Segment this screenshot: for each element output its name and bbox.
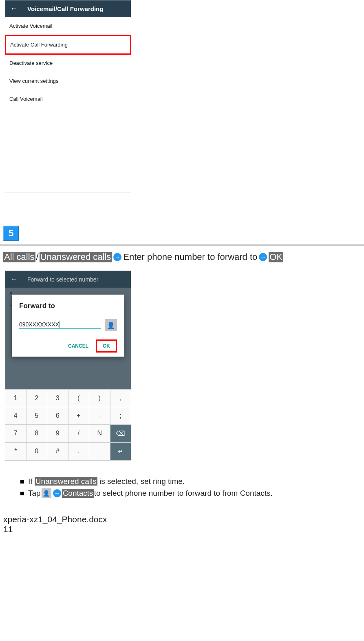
key-2[interactable]: 2: [26, 390, 48, 407]
menu-item-activate-voicemail[interactable]: Activate Voicemail: [5, 17, 131, 35]
note-highlight: Unanswered calls: [35, 477, 97, 486]
key-7[interactable]: 7: [5, 425, 26, 442]
instruction-all-calls: All calls: [3, 252, 35, 262]
instruction-slash: /: [36, 252, 39, 262]
instruction-ok: OK: [269, 252, 283, 262]
contacts-button[interactable]: 👤: [105, 319, 117, 331]
bullet-icon: [20, 480, 24, 484]
key-1[interactable]: 1: [5, 390, 26, 407]
key-9[interactable]: 9: [47, 425, 68, 442]
step-section: 5: [0, 226, 364, 246]
cancel-button[interactable]: CANCEL: [65, 341, 92, 351]
key-6[interactable]: 6: [47, 407, 68, 424]
person-icon: 👤: [42, 488, 51, 498]
app-header: ← Forward to selected number: [5, 271, 131, 288]
menu-item-call-voicemail[interactable]: Call Voicemail: [5, 90, 131, 108]
note-text: is selected, set ring time.: [97, 477, 185, 486]
phone-input[interactable]: 090XXXXXXXX: [19, 321, 101, 329]
key-comma[interactable]: ,: [110, 390, 131, 407]
person-icon: 👤: [107, 322, 115, 329]
key-hash[interactable]: #: [47, 443, 68, 460]
notes-list: If Unanswered calls is selected, set rin…: [20, 477, 364, 498]
instruction-middle: Enter phone number to forward to: [123, 252, 257, 262]
back-icon[interactable]: ←: [10, 275, 18, 284]
page-number: 11: [3, 524, 361, 534]
dialog-title: Forward to: [19, 302, 117, 310]
key-backspace[interactable]: ⌫: [110, 425, 131, 442]
dialog-backdrop: ← Forward to selected number A U Forward…: [5, 271, 131, 389]
note-item: Tap 👤 → Contacts to select phone number …: [20, 488, 364, 498]
step-number-badge: 5: [3, 226, 19, 241]
note-text: Tap: [28, 489, 41, 498]
arrow-icon: →: [53, 489, 61, 497]
menu-item-activate-call-forwarding[interactable]: Activate Call Forwarding: [5, 35, 131, 55]
key-slash[interactable]: /: [68, 425, 90, 442]
note-highlight: Contacts: [62, 489, 94, 498]
divider: [0, 244, 364, 246]
forward-dialog-screenshot: ← Forward to selected number A U Forward…: [5, 271, 131, 461]
document-footer: xperia-xz1_04_Phone.docx 11: [0, 515, 364, 534]
menu-item-view-current-settings[interactable]: View current settings: [5, 72, 131, 90]
key-0[interactable]: 0: [26, 443, 48, 460]
note-text: to select phone number to forward to fro…: [94, 489, 273, 498]
note-item: If Unanswered calls is selected, set rin…: [20, 477, 364, 486]
key-dot[interactable]: .: [68, 443, 90, 460]
key-blank[interactable]: [89, 443, 110, 460]
phone-input-row: 090XXXXXXXX 👤: [19, 319, 117, 331]
forward-to-dialog: Forward to 090XXXXXXXX 👤 CANCEL OK: [12, 295, 124, 357]
key-8[interactable]: 8: [26, 425, 48, 442]
dial-keypad: 1 2 3 ( ) , 4 5 6 + - ; 7 8 9 / N ⌫ * 0 …: [5, 389, 131, 460]
instruction-line: All calls/Unanswered calls → Enter phone…: [0, 252, 364, 271]
key-paren-close[interactable]: ): [89, 390, 110, 407]
key-paren-open[interactable]: (: [68, 390, 90, 407]
arrow-icon: →: [259, 253, 267, 261]
key-plus[interactable]: +: [68, 407, 90, 424]
key-5[interactable]: 5: [26, 407, 48, 424]
app-header: ← Voicemail/Call Forwarding: [5, 0, 131, 17]
key-star[interactable]: *: [5, 443, 26, 460]
settings-menu-list: Activate Voicemail Activate Call Forward…: [5, 17, 131, 193]
note-text: If: [28, 477, 35, 486]
text-cursor: [60, 321, 60, 328]
key-minus[interactable]: -: [89, 407, 110, 424]
ok-button[interactable]: OK: [96, 339, 117, 353]
filename: xperia-xz1_04_Phone.docx: [3, 515, 361, 524]
bullet-icon: [20, 492, 24, 495]
dialog-actions: CANCEL OK: [19, 339, 117, 353]
key-n[interactable]: N: [89, 425, 110, 442]
settings-screenshot: ← Voicemail/Call Forwarding Activate Voi…: [5, 0, 131, 193]
key-4[interactable]: 4: [5, 407, 26, 424]
instruction-unanswered: Unanswered calls: [40, 252, 112, 262]
key-semicolon[interactable]: ;: [110, 407, 131, 424]
arrow-icon: →: [113, 253, 121, 261]
key-3[interactable]: 3: [47, 390, 68, 407]
header-title: Voicemail/Call Forwarding: [27, 5, 103, 12]
phone-input-value: 090XXXXXXXX: [19, 321, 59, 328]
back-icon[interactable]: ←: [10, 4, 18, 13]
header-title: Forward to selected number: [27, 276, 98, 283]
menu-item-deactivate-service[interactable]: Deactivate service: [5, 54, 131, 72]
key-enter[interactable]: ↵: [110, 443, 131, 460]
